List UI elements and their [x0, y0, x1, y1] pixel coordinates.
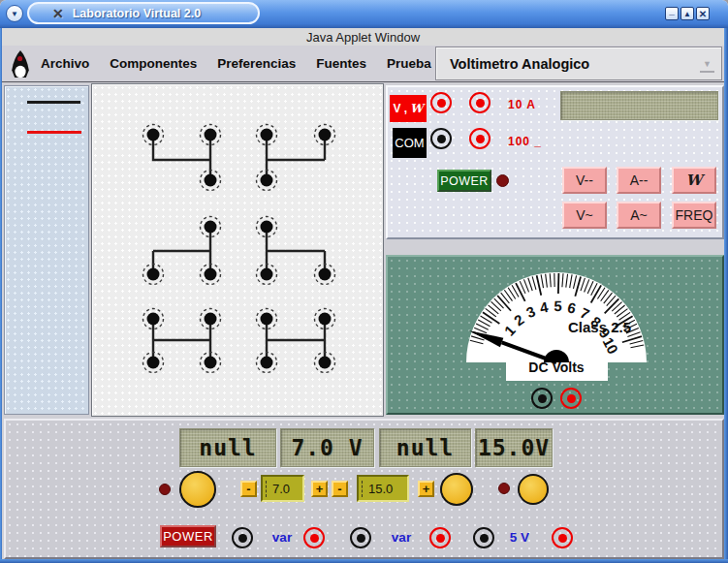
window-title-pill: ✕ Laboratorio Virtual 2.0 — [27, 2, 260, 24]
wire-connector-3 — [153, 227, 210, 274]
window-titlebar[interactable]: ▼ ✕ Laboratorio Virtual 2.0 _ ▲ ✕ — [0, 0, 728, 28]
black-wire-component[interactable] — [27, 101, 80, 104]
mode-button-vdc[interactable]: V-- — [562, 167, 607, 194]
close-icon: ✕ — [699, 9, 707, 19]
psu-led-1 — [159, 484, 171, 495]
w-label: W — [410, 102, 423, 115]
ch1-voltage-input[interactable]: 7.0 — [261, 475, 304, 502]
com-terminal-label: COM — [393, 128, 427, 158]
applet-banner: Java Applet Window — [2, 28, 724, 46]
close-button[interactable]: ✕ — [696, 7, 710, 20]
analog-voltmeter-panel: 12345678910 Class 2.5 DC Volts — [386, 255, 724, 415]
gauge-class-label: Class 2.5 — [568, 319, 631, 335]
ch1-voltage-value: 7.0 — [272, 482, 290, 496]
multimeter-power-button[interactable]: POWER — [437, 170, 491, 192]
ch1-output-label: var — [263, 530, 301, 545]
ch2-positive-jack[interactable] — [429, 527, 451, 548]
amps-10a-jack[interactable] — [469, 92, 491, 113]
psu-display-1: null — [179, 428, 276, 467]
text-caret — [266, 481, 269, 497]
ch1-plus-button[interactable]: + — [311, 481, 328, 497]
combobox-arrow-icon: ▼ — [700, 56, 714, 73]
fixed5v-negative-jack[interactable] — [473, 527, 494, 548]
vw-jack-1[interactable] — [430, 92, 452, 113]
mode-button-watts[interactable]: W — [672, 167, 716, 194]
instrument-combobox-value: Voltimetro Analogico — [436, 56, 589, 72]
wire-connector-6 — [267, 319, 325, 362]
text-caret — [362, 481, 365, 497]
app-x-icon: ✕ — [52, 6, 64, 21]
application-window: ▼ ✕ Laboratorio Virtual 2.0 _ ▲ ✕ Java A… — [0, 0, 728, 563]
component-palette — [4, 85, 89, 415]
voltmeter-positive-jack[interactable] — [560, 388, 582, 409]
ch2-voltage-input[interactable]: 15.0 — [357, 475, 409, 502]
wire-connector-1 — [153, 135, 210, 180]
menu-bar: Archivo Componentes Preferencias Fuentes… — [2, 46, 724, 82]
fixed5v-output-label: 5 V — [500, 530, 539, 545]
range-100-label: 100 _ — [508, 135, 542, 148]
voltmeter-negative-jack[interactable] — [531, 388, 553, 409]
window-frame-right — [724, 28, 728, 563]
v-label: V , — [393, 102, 407, 115]
connection-nodes[interactable] — [143, 125, 335, 373]
menu-item-archivo[interactable]: Archivo — [38, 54, 92, 73]
power-supply-panel: null 7.0 V null 15.0V - 7.0 + - 15.0 + P… — [4, 419, 724, 559]
mode-button-aac[interactable]: A~ — [617, 202, 661, 229]
psu-display-4: 15.0V — [475, 428, 553, 467]
voltmeter-gauge: 12345678910 — [388, 257, 722, 413]
maximize-button[interactable]: ▲ — [681, 7, 694, 20]
java-duke-icon — [9, 49, 32, 78]
gauge-unit-label: DC Volts — [498, 360, 615, 375]
ch2-negative-jack[interactable] — [350, 527, 371, 548]
instrument-combobox[interactable]: Voltimetro Analogico ▼ — [435, 47, 722, 80]
psu-knob-1[interactable] — [179, 471, 216, 508]
wire-connector-4 — [267, 227, 325, 274]
vw-terminal-label: V , W — [390, 95, 427, 122]
multimeter-power-led — [496, 174, 509, 187]
menu-item-componentes[interactable]: Componentes — [107, 54, 200, 73]
svg-text:5: 5 — [554, 297, 562, 314]
chevron-down-icon: ▼ — [11, 10, 18, 18]
ch2-voltage-value: 15.0 — [368, 482, 393, 496]
fixed5v-positive-jack[interactable] — [552, 527, 573, 548]
window-shade-button[interactable]: ▼ — [6, 5, 23, 22]
psu-power-button[interactable]: POWER — [160, 525, 216, 547]
menu-item-prueba[interactable]: Prueba — [384, 54, 434, 73]
amps-100-jack[interactable] — [469, 128, 491, 149]
ch1-positive-jack[interactable] — [303, 527, 325, 548]
window-title: Laboratorio Virtual 2.0 — [73, 7, 201, 20]
menu-item-fuentes[interactable]: Fuentes — [313, 54, 369, 73]
breadboard-panel — [91, 83, 384, 417]
psu-led-2 — [498, 483, 510, 494]
multimeter-display — [560, 91, 718, 120]
com-jack[interactable] — [430, 128, 452, 149]
maximize-icon: ▲ — [683, 10, 691, 18]
mode-button-adc[interactable]: A-- — [617, 167, 661, 194]
mode-button-vac[interactable]: V~ — [562, 202, 607, 229]
ch2-output-label: var — [382, 530, 421, 545]
window-frame-bottom — [0, 559, 728, 563]
ch1-negative-jack[interactable] — [232, 527, 253, 548]
mode-button-freq[interactable]: FREQ — [672, 202, 716, 229]
ch2-plus-button[interactable]: + — [418, 481, 434, 497]
psu-display-3: null — [379, 428, 471, 467]
psu-knob-3[interactable] — [518, 474, 549, 505]
minimize-icon: _ — [669, 5, 675, 16]
multimeter-panel: V , W COM 10 A 100 _ POWER V-- A-- W V~ … — [386, 85, 724, 239]
psu-knob-2[interactable] — [440, 473, 473, 506]
ch1-minus-button[interactable]: - — [240, 481, 257, 497]
ch2-minus-button[interactable]: - — [332, 481, 348, 497]
breadboard-canvas[interactable] — [92, 84, 383, 416]
red-wire-component[interactable] — [27, 131, 81, 134]
menu-items: Archivo Componentes Preferencias Fuentes… — [38, 46, 494, 81]
window-frame-left — [0, 28, 2, 563]
psu-display-2: 7.0 V — [280, 428, 374, 467]
minimize-button[interactable]: _ — [665, 7, 679, 20]
range-10a-label: 10 A — [508, 98, 536, 111]
menu-item-preferencias[interactable]: Preferencias — [214, 54, 299, 73]
wire-connector-2 — [267, 135, 325, 180]
